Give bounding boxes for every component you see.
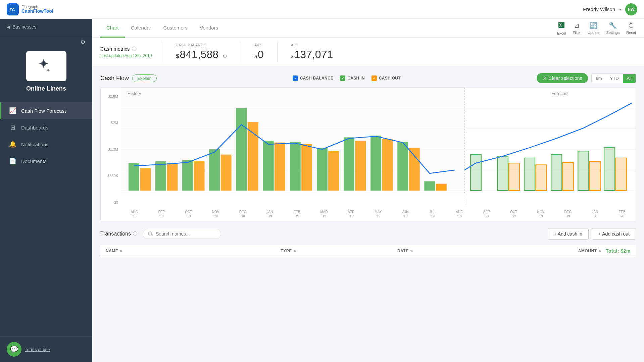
clear-label: Clear selections	[549, 75, 582, 81]
reset-icon: ⏱	[628, 22, 635, 30]
logo-text: Finagraph CashFlowTool	[21, 5, 53, 14]
tab-customers[interactable]: Customers	[157, 19, 194, 38]
x-label-apr-19: APR'19	[338, 210, 365, 218]
x-label-mar-19: MAR'19	[310, 210, 338, 218]
chart-forecast-label: Forecast	[551, 91, 568, 96]
company-logo-box: ✦ ✦	[26, 51, 66, 81]
chart-area: $2.6M $2M $1.3M $650K $0 History Forecas…	[100, 87, 636, 221]
settings-button[interactable]: 🔧 Settings	[606, 21, 620, 35]
svg-rect-56	[604, 148, 615, 191]
x-label-feb-19: FEB'19	[283, 210, 310, 218]
x-label-aug-18: AUG'18	[121, 210, 148, 218]
date-sort-icon: ⇅	[410, 249, 413, 253]
cashflow-legend: ✓ CASH BALANCE ✓ CASH IN ✓ CASH OUT	[293, 75, 401, 81]
reset-button[interactable]: ⏱ Reset	[626, 22, 636, 35]
transactions-header: Transactions ⓘ + Add cash in + Add cash …	[100, 228, 636, 240]
svg-rect-30	[370, 136, 381, 191]
avatar[interactable]: FW	[625, 3, 637, 15]
svg-rect-12	[129, 163, 139, 191]
metric-label-area: Cash metrics ⓘ Last updated Aug 13th, 20…	[100, 38, 162, 66]
svg-rect-27	[328, 151, 339, 191]
add-cash-out-button[interactable]: + Add cash out	[592, 228, 636, 240]
transactions-actions: + Add cash in + Add cash out	[548, 228, 636, 240]
sidebar-item-documents-label: Documents	[21, 158, 47, 164]
svg-rect-52	[578, 151, 589, 191]
svg-rect-54	[590, 161, 600, 191]
top-header: FG Finagraph CashFlowTool Freddy Wilson …	[0, 0, 644, 19]
explain-button[interactable]: Explain	[132, 74, 157, 82]
dashboards-icon: ⊞	[9, 124, 16, 131]
legend-cash-out-label: CASH OUT	[379, 76, 401, 81]
svg-rect-31	[382, 139, 393, 191]
svg-rect-32	[397, 142, 408, 191]
transactions-info-icon[interactable]: ⓘ	[133, 231, 137, 237]
ap-amount: 137,071	[294, 48, 333, 61]
svg-rect-58	[615, 158, 626, 191]
back-to-businesses[interactable]: ◀ Businesses	[0, 19, 92, 35]
svg-rect-17	[194, 161, 205, 191]
terms-of-use-link[interactable]: Terms of use	[25, 347, 50, 352]
svg-rect-33	[409, 148, 420, 191]
search-input[interactable]	[156, 231, 216, 237]
ar-label: A/R	[254, 43, 261, 47]
metric-ar: A/R $ 0	[241, 38, 277, 66]
documents-icon: 📄	[9, 157, 16, 165]
time-6m-button[interactable]: 6m	[592, 74, 606, 83]
tab-vendors[interactable]: Vendors	[194, 19, 224, 38]
main-content: Chart Calendar Customers Vendors X Excel	[92, 19, 644, 362]
time-all-button[interactable]: All	[623, 74, 636, 83]
tab-calendar[interactable]: Calendar	[125, 19, 157, 38]
y-axis-labels: $2.6M $2M $1.3M $650K $0	[101, 88, 121, 204]
sidebar-settings-area: ⚙	[0, 35, 92, 48]
x-label-dec-19: DEC'19	[554, 210, 582, 218]
x-label-nov-18: NOV'18	[202, 210, 229, 218]
column-header-date[interactable]: DATE ⇅	[397, 249, 514, 253]
svg-rect-15	[167, 163, 178, 191]
x-label-oct-18: OCT'18	[175, 210, 202, 218]
column-header-type[interactable]: TYPE ⇅	[281, 249, 397, 253]
svg-rect-28	[344, 137, 354, 191]
chat-bubble-button[interactable]: 💬	[7, 342, 21, 357]
metrics-info-icon[interactable]: ⓘ	[132, 46, 136, 52]
svg-rect-35	[436, 184, 447, 191]
cashflow-title-row: Cash Flow Explain	[100, 74, 157, 82]
filter-button[interactable]: ⊿ Filter	[573, 21, 581, 35]
chart-svg	[121, 88, 636, 204]
x-label-may-19: MAY'19	[365, 210, 392, 218]
update-button[interactable]: 🔄 Update	[588, 21, 599, 35]
metric-cash-balance: CASH BALANCE $ 841,588 ⚙	[162, 38, 241, 66]
toolbar-icons: X Excel ⊿ Filter 🔄 Update 🔧 Settings	[557, 21, 636, 35]
cash-balance-amount: 841,588	[180, 48, 218, 61]
svg-rect-18	[209, 149, 220, 191]
settings-gear-button[interactable]: ⚙	[80, 39, 86, 46]
sidebar-item-cashflow[interactable]: 📈 Cash Flow Forecast	[0, 102, 92, 119]
search-box[interactable]	[143, 229, 221, 239]
x-label-feb-20: FEB'20	[608, 210, 636, 218]
excel-button[interactable]: X Excel	[557, 21, 566, 35]
y-label-0: $0	[103, 200, 118, 204]
chart-history-forecast-divider	[466, 88, 466, 204]
sidebar-item-documents[interactable]: 📄 Documents	[0, 153, 92, 169]
legend-cash-in[interactable]: ✓ CASH IN	[340, 75, 364, 81]
user-dropdown-arrow[interactable]: ▾	[619, 7, 621, 12]
x-label-aug-19: AUG'19	[446, 210, 473, 218]
column-header-name[interactable]: NAME ⇅	[106, 249, 281, 253]
x-label-jan-20: JAN'20	[581, 210, 608, 218]
filter-icon: ⊿	[574, 21, 580, 30]
transactions-section: Transactions ⓘ + Add cash in + Add cash …	[92, 221, 644, 264]
table-header: NAME ⇅ TYPE ⇅ DATE ⇅ AMOUNT ⇅ Total: $2m	[100, 245, 636, 257]
add-cash-in-button[interactable]: + Add cash in	[548, 228, 589, 240]
legend-cash-balance[interactable]: ✓ CASH BALANCE	[293, 75, 334, 81]
sidebar-item-notifications[interactable]: 🔔 Notifications	[0, 136, 92, 153]
time-range-buttons: 6m YTD All	[591, 73, 636, 83]
header-right: Freddy Wilson ▾ FW	[583, 3, 637, 15]
tab-chart[interactable]: Chart	[100, 19, 125, 38]
clear-selections-button[interactable]: ✕ Clear selections	[537, 73, 588, 83]
svg-line-60	[151, 235, 153, 236]
sidebar-nav: 📈 Cash Flow Forecast ⊞ Dashboards 🔔 Noti…	[0, 99, 92, 336]
column-header-amount[interactable]: AMOUNT ⇅ Total: $2m	[514, 248, 631, 254]
cash-balance-settings-icon[interactable]: ⚙	[222, 53, 227, 59]
sidebar-item-dashboards[interactable]: ⊞ Dashboards	[0, 119, 92, 136]
legend-cash-out[interactable]: ✓ CASH OUT	[371, 75, 401, 81]
time-ytd-button[interactable]: YTD	[606, 74, 623, 83]
